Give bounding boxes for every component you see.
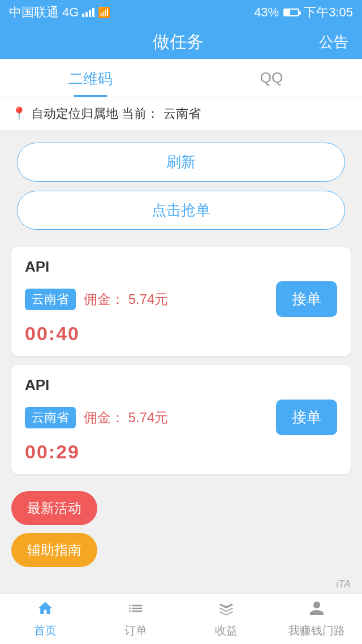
profile-icon	[308, 600, 325, 621]
location-bar: 📍 自动定位归属地 当前： 云南省	[0, 97, 362, 130]
status-bar: 中国联通 4G 📶 43% 下午3:05	[0, 0, 362, 25]
latest-activity-button[interactable]: 最新活动	[11, 491, 97, 525]
region-badge: 云南省	[25, 289, 76, 310]
time-text: 下午3:05	[304, 4, 353, 21]
tab-qq[interactable]: QQ	[181, 59, 362, 97]
nav-item-orders[interactable]: 订单	[90, 594, 181, 644]
battery-text: 43%	[254, 5, 279, 20]
signal-icon	[82, 8, 94, 17]
commission-text: 佣金： 5.74元	[84, 290, 168, 308]
location-icon: 📍	[11, 106, 27, 121]
watermark-area: iTA	[0, 573, 362, 590]
order-type: API	[25, 376, 337, 394]
carrier-info: 中国联通 4G 📶	[9, 4, 110, 21]
order-left-col: 云南省 佣金： 5.74元	[25, 407, 168, 428]
tabs-container: 二维码 QQ	[0, 59, 362, 97]
floating-buttons: 最新活动 辅助指南	[0, 480, 362, 573]
region-badge: 云南省	[25, 407, 76, 428]
watermark-text: iTA	[336, 578, 351, 590]
battery-icon	[283, 8, 299, 16]
nav-label-profile: 我赚钱门路	[288, 623, 345, 638]
header-title: 做任务	[48, 31, 309, 54]
order-type: API	[25, 258, 337, 276]
accept-button[interactable]: 接单	[276, 281, 337, 317]
countdown-timer: 00:29	[25, 441, 337, 463]
home-icon	[37, 600, 54, 621]
grab-order-button[interactable]: 点击抢单	[17, 191, 345, 230]
app-header: 做任务 公告	[0, 25, 362, 59]
accept-button[interactable]: 接单	[276, 400, 337, 435]
refresh-button[interactable]: 刷新	[17, 143, 345, 182]
notice-button[interactable]: 公告	[309, 32, 348, 52]
order-card: API 云南省 佣金： 5.74元 接单 00:40	[11, 247, 351, 356]
nav-item-earnings[interactable]: 收益	[181, 594, 272, 644]
orders-icon	[127, 600, 144, 621]
tab-qrcode[interactable]: 二维码	[0, 59, 181, 97]
nav-item-home[interactable]: 首页	[0, 594, 90, 644]
location-province: 云南省	[163, 105, 201, 122]
wifi-icon: 📶	[98, 6, 110, 19]
order-card: API 云南省 佣金： 5.74元 接单 00:29	[11, 365, 351, 474]
nav-label-orders: 订单	[124, 623, 147, 638]
nav-label-home: 首页	[34, 623, 57, 638]
countdown-timer: 00:40	[25, 323, 337, 345]
action-area: 刷新 点击抢单	[0, 131, 362, 241]
commission-text: 佣金： 5.74元	[84, 409, 168, 427]
nav-label-earnings: 收益	[215, 623, 238, 638]
help-guide-button[interactable]: 辅助指南	[11, 533, 97, 567]
earnings-icon	[218, 600, 235, 621]
nav-item-profile[interactable]: 我赚钱门路	[272, 594, 362, 644]
orders-list: API 云南省 佣金： 5.74元 接单 00:40 API 云南省 佣金： 5…	[0, 241, 362, 480]
order-detail-row: 云南省 佣金： 5.74元 接单	[25, 400, 337, 435]
location-prefix: 自动定位归属地 当前：	[31, 105, 159, 122]
order-detail-row: 云南省 佣金： 5.74元 接单	[25, 281, 337, 317]
bottom-nav: 首页 订单 收益 我赚钱门路	[0, 593, 362, 644]
order-left-col: 云南省 佣金： 5.74元	[25, 289, 168, 310]
carrier-text: 中国联通 4G	[9, 4, 79, 21]
system-info: 43% 下午3:05	[254, 4, 353, 21]
